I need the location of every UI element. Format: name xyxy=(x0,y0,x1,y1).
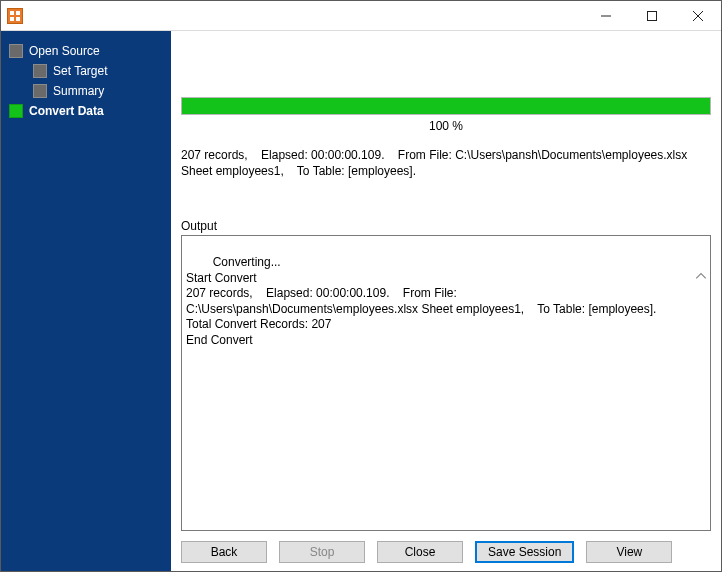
step-bullet-icon xyxy=(9,104,23,118)
sidebar-item-label: Set Target xyxy=(53,64,107,78)
output-text: Converting... Start Convert 207 records,… xyxy=(186,255,656,347)
output-label: Output xyxy=(181,219,711,233)
sidebar: Open Source Set Target Summary Convert D… xyxy=(1,31,171,571)
sidebar-item-convert-data[interactable]: Convert Data xyxy=(7,101,167,121)
app-window: Open Source Set Target Summary Convert D… xyxy=(0,0,722,572)
step-bullet-icon xyxy=(9,44,23,58)
titlebar xyxy=(1,1,721,31)
close-icon xyxy=(693,11,703,21)
maximize-button[interactable] xyxy=(629,1,675,31)
maximize-icon xyxy=(647,11,657,21)
back-button[interactable]: Back xyxy=(181,541,267,563)
sidebar-item-summary[interactable]: Summary xyxy=(7,81,167,101)
svg-rect-1 xyxy=(648,11,657,20)
main-content: 100 % 207 records, Elapsed: 00:00:00.109… xyxy=(171,31,721,571)
sidebar-item-set-target[interactable]: Set Target xyxy=(7,61,167,81)
conversion-summary-text: 207 records, Elapsed: 00:00:00.109. From… xyxy=(181,147,711,179)
progress-bar-fill xyxy=(182,98,710,114)
sidebar-item-open-source[interactable]: Open Source xyxy=(7,41,167,61)
scroll-up-icon xyxy=(695,238,707,250)
sidebar-item-label: Summary xyxy=(53,84,104,98)
progress-area: 100 % xyxy=(181,97,711,133)
titlebar-left xyxy=(1,8,29,24)
wizard-steps: Open Source Set Target Summary Convert D… xyxy=(7,41,167,121)
step-bullet-icon xyxy=(33,64,47,78)
progress-bar xyxy=(181,97,711,115)
app-icon xyxy=(7,8,23,24)
step-bullet-icon xyxy=(33,84,47,98)
save-session-button[interactable]: Save Session xyxy=(475,541,574,563)
close-window-button[interactable] xyxy=(675,1,721,31)
window-controls xyxy=(583,1,721,31)
sidebar-item-label: Convert Data xyxy=(29,104,104,118)
sidebar-item-label: Open Source xyxy=(29,44,100,58)
stop-button: Stop xyxy=(279,541,365,563)
minimize-button[interactable] xyxy=(583,1,629,31)
progress-percent-label: 100 % xyxy=(181,119,711,133)
output-textarea[interactable]: Converting... Start Convert 207 records,… xyxy=(181,235,711,531)
minimize-icon xyxy=(601,11,611,21)
window-body: Open Source Set Target Summary Convert D… xyxy=(1,31,721,571)
button-row: Back Stop Close Save Session View xyxy=(181,531,711,565)
view-button[interactable]: View xyxy=(586,541,672,563)
close-button[interactable]: Close xyxy=(377,541,463,563)
